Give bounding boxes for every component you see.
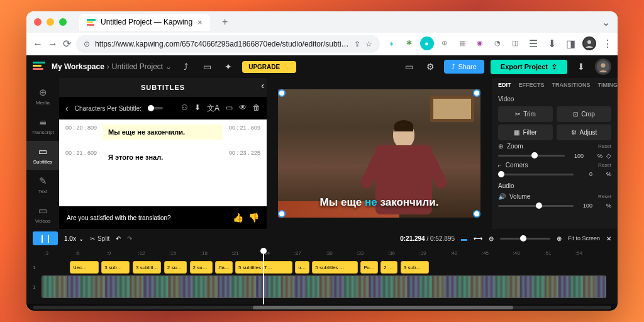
- kapwing-logo[interactable]: [33, 62, 45, 72]
- resize-handle-tr[interactable]: [473, 89, 480, 97]
- timeline-zoom-slider[interactable]: [500, 238, 550, 240]
- lock-icon[interactable]: ◇: [606, 152, 611, 159]
- download-icon[interactable]: ⬇: [574, 59, 589, 74]
- resize-handle-br[interactable]: [473, 210, 480, 218]
- upload-icon[interactable]: ⤴: [178, 59, 193, 74]
- playback-speed[interactable]: 1.0x: [64, 235, 76, 242]
- subtitle-text[interactable]: Мы еще не закончили.: [103, 125, 223, 140]
- nav-media[interactable]: ⊕ Media: [26, 82, 59, 111]
- tab-close-icon[interactable]: ×: [197, 18, 203, 27]
- subtitle-text[interactable]: Я этого не знал.: [103, 150, 223, 165]
- project-name[interactable]: Untitled Project: [112, 62, 163, 71]
- ext-icon-1[interactable]: ♦: [385, 36, 399, 50]
- close-icon[interactable]: ✕: [606, 235, 611, 242]
- subtitle-row[interactable]: 00 : 21 . 609Я этого не знал.00 : 23 . 2…: [59, 145, 267, 170]
- ext-icon-7[interactable]: ◔: [491, 36, 504, 50]
- workspace-link[interactable]: My Workspace: [52, 62, 104, 71]
- undo-icon[interactable]: ↶: [116, 235, 121, 242]
- subtitle-clip[interactable]: Чес…: [70, 261, 98, 274]
- subtitle-clip[interactable]: ч…: [295, 261, 309, 274]
- comment-icon[interactable]: ▭: [401, 59, 416, 74]
- forward-button[interactable]: →: [48, 36, 58, 52]
- chars-slider[interactable]: [148, 107, 163, 109]
- filter-button[interactable]: ▦Filter: [498, 125, 553, 140]
- trim-button[interactable]: ✂Trim: [498, 106, 553, 122]
- download-icon[interactable]: ⬇: [545, 36, 560, 52]
- share-url-icon[interactable]: ⇪: [354, 40, 360, 48]
- video-clip[interactable]: [42, 275, 606, 298]
- new-tab-button[interactable]: +: [218, 14, 233, 30]
- style-icon[interactable]: ▭: [226, 103, 233, 114]
- chevron-down-icon[interactable]: ⌄: [79, 235, 84, 242]
- browser-tab[interactable]: Untitled Project — Kapwing ×: [79, 14, 210, 31]
- ext-icon-8[interactable]: ◫: [508, 36, 522, 50]
- tab-edit[interactable]: EDIT: [498, 82, 511, 88]
- hide-icon[interactable]: 👁: [239, 103, 247, 114]
- subtitle-clip[interactable]: 2 su…: [190, 261, 213, 274]
- thumbs-down-icon[interactable]: 👎: [248, 213, 259, 223]
- timeline-ruler[interactable]: :3:6:9:12:15:18:21:24:27:30:33:36:39:42:…: [33, 250, 611, 259]
- sidepanel-icon[interactable]: ◨: [564, 36, 579, 52]
- zoom-slider[interactable]: [498, 155, 565, 157]
- back-icon[interactable]: ‹: [65, 103, 69, 113]
- video-canvas[interactable]: Мы еще не закончили.: [278, 89, 480, 218]
- window-maximize[interactable]: [59, 18, 67, 26]
- site-settings-icon[interactable]: ⊙: [84, 40, 90, 48]
- tab-transitions[interactable]: TRANSITIONS: [552, 82, 591, 88]
- start-time[interactable]: 00 : 20 . 809: [65, 125, 97, 140]
- resize-handle-bl[interactable]: [278, 210, 286, 218]
- settings-icon[interactable]: ⚙: [423, 59, 438, 74]
- subtitle-clip[interactable]: 2 su…: [164, 261, 187, 274]
- subtitle-row[interactable]: 00 : 20 . 809Мы еще не закончили.00 : 21…: [59, 119, 267, 145]
- subtitle-clip[interactable]: Ро…: [360, 261, 377, 274]
- end-time[interactable]: 00 : 23 . 225: [229, 150, 260, 165]
- window-close[interactable]: [34, 18, 42, 26]
- browser-menu-icon[interactable]: ⋮: [600, 36, 615, 52]
- split-button[interactable]: ✂Split: [90, 235, 109, 242]
- tab-effects[interactable]: EFFECTS: [519, 82, 545, 88]
- subtitle-clip[interactable]: 3 sub…: [401, 261, 429, 274]
- share-button[interactable]: ⤴Share: [444, 60, 484, 74]
- subtitle-clip[interactable]: 2 …: [380, 261, 397, 274]
- resize-handle-tl[interactable]: [278, 89, 286, 97]
- subtitle-clip[interactable]: 3 sub…: [101, 261, 130, 274]
- zoom-out-icon[interactable]: ⊖: [489, 235, 494, 242]
- fit-to-screen-button[interactable]: Fit to Screen: [568, 235, 600, 242]
- end-time[interactable]: 00 : 21 . 609: [229, 125, 260, 140]
- chevron-down-icon[interactable]: ⌄: [602, 16, 610, 28]
- profile-avatar[interactable]: [582, 36, 596, 50]
- nav-videos[interactable]: ▭ Videos: [26, 199, 59, 229]
- user-avatar[interactable]: [595, 58, 611, 75]
- subtitle-clip[interactable]: 5 subtitles …: [312, 261, 357, 274]
- volume-slider[interactable]: [498, 205, 574, 207]
- zoom-in-icon[interactable]: ⊕: [557, 235, 562, 242]
- volume-reset[interactable]: Reset: [598, 194, 611, 199]
- ext-icon-4[interactable]: ⊕: [438, 36, 452, 50]
- play-pause-button[interactable]: ❙❙: [33, 231, 58, 245]
- adjust-button[interactable]: ⚙Adjust: [557, 125, 611, 140]
- ext-icon-2[interactable]: ✱: [402, 36, 416, 50]
- redo-icon[interactable]: ↷: [127, 235, 132, 242]
- back-button[interactable]: ←: [33, 36, 43, 52]
- snap-icon[interactable]: ▬: [461, 235, 467, 242]
- playhead[interactable]: [263, 248, 264, 304]
- reading-list-icon[interactable]: ☰: [526, 36, 541, 52]
- url-bar[interactable]: ⊙ https://www.kapwing.com/657c4066f295ad…: [76, 35, 380, 53]
- start-time[interactable]: 00 : 21 . 609: [65, 150, 97, 165]
- bookmark-icon[interactable]: ☆: [365, 40, 372, 48]
- delete-icon[interactable]: 🗑: [253, 103, 260, 114]
- upgrade-button[interactable]: UPGRADE✨: [242, 61, 296, 73]
- corners-reset[interactable]: Reset: [598, 162, 611, 168]
- collapse-panel-icon[interactable]: ‹: [261, 80, 264, 91]
- subtitle-clip[interactable]: 3 subtitl…: [133, 261, 161, 274]
- tab-timing[interactable]: TIMING: [598, 82, 618, 88]
- ext-icon-5[interactable]: ▦: [455, 36, 469, 50]
- subtitle-clip[interactable]: Ла…: [215, 261, 232, 274]
- nav-subtitles[interactable]: ▭ Subtitles: [26, 141, 59, 170]
- magic-icon[interactable]: ✦: [221, 59, 236, 74]
- chevron-down-icon[interactable]: ⌄: [165, 62, 172, 71]
- person-icon[interactable]: ⚇: [181, 103, 188, 114]
- window-minimize[interactable]: [47, 18, 54, 26]
- zoom-reset[interactable]: Reset: [598, 143, 611, 149]
- fit-width-icon[interactable]: ⟷: [474, 235, 482, 242]
